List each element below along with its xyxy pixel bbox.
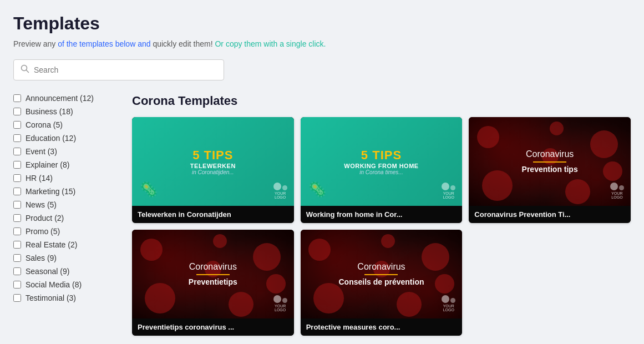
corona-text-5: Coronavirus Conseils de prévention: [338, 262, 424, 286]
corona-text-4: Coronavirus Preventietips: [189, 262, 237, 286]
logo-placeholder-1: YOURLOGO: [273, 183, 287, 199]
templates-grid: 5 TIPS TELEWERKEN in Coronatijden... 🦠 Y…: [132, 117, 631, 336]
sidebar-checkbox-0[interactable]: [13, 94, 21, 102]
sidebar-label-6: HR (14): [26, 174, 53, 183]
sidebar-item-2[interactable]: Corona (5): [13, 120, 119, 129]
tips-title-1: 5 TIPS: [190, 148, 236, 163]
sidebar: Announcement (12)Business (18)Corona (5)…: [13, 94, 119, 336]
template-card-4[interactable]: Coronavirus Preventietips YOURLOGO Preve…: [132, 230, 294, 336]
sidebar-label-0: Announcement (12): [26, 94, 94, 103]
content-area: Corona Templates 5 TIPS TELEWERKEN in Co…: [132, 94, 631, 336]
template-label-5: Protective measures coro...: [301, 318, 463, 336]
page-subtitle: Preview any of the templates below and q…: [13, 39, 631, 48]
sidebar-label-13: Seasonal (9): [26, 267, 69, 276]
sidebar-label-9: Product (2): [26, 214, 64, 222]
sidebar-item-3[interactable]: Education (12): [13, 134, 119, 143]
sidebar-item-8[interactable]: News (5): [13, 200, 119, 209]
page-title: Templates: [13, 13, 631, 34]
sidebar-checkbox-11[interactable]: [13, 241, 21, 249]
sidebar-item-9[interactable]: Product (2): [13, 214, 119, 222]
template-label-4: Preventietips coronavirus ...: [132, 318, 294, 336]
sidebar-label-8: News (5): [26, 200, 57, 209]
sidebar-item-4[interactable]: Event (3): [13, 147, 119, 156]
sidebar-checkbox-1[interactable]: [13, 108, 21, 115]
sidebar-item-5[interactable]: Explainer (8): [13, 160, 119, 169]
logo-placeholder-2: YOURLOGO: [442, 183, 455, 199]
main-text-1: TELEWERKEN: [190, 163, 236, 169]
corona-text-3: Coronavirus Prevention tips: [522, 149, 578, 174]
sidebar-item-14[interactable]: Social Media (8): [13, 280, 119, 289]
sidebar-checkbox-14[interactable]: [13, 281, 21, 289]
logo-placeholder-dark-4: YOURLOGO: [273, 295, 287, 312]
sidebar-item-12[interactable]: Sales (9): [13, 254, 119, 262]
logo-placeholder-dark-5: YOURLOGO: [442, 295, 455, 312]
sidebar-label-15: Testimonial (3): [26, 294, 76, 302]
main-text-2: WORKING FROM HOME: [344, 163, 418, 169]
sidebar-label-5: Explainer (8): [26, 160, 69, 169]
sidebar-item-6[interactable]: HR (14): [13, 174, 119, 183]
sidebar-item-1[interactable]: Business (18): [13, 107, 119, 116]
sidebar-checkbox-5[interactable]: [13, 161, 21, 169]
template-card-5[interactable]: Coronavirus Conseils de prévention YOURL…: [301, 230, 463, 336]
sidebar-label-14: Social Media (8): [26, 280, 82, 289]
template-label-1: Telewerken in Coronatijden: [132, 206, 294, 223]
sidebar-checkbox-4[interactable]: [13, 148, 21, 155]
search-input[interactable]: [34, 65, 217, 74]
sidebar-checkbox-9[interactable]: [13, 214, 21, 222]
sidebar-label-7: Marketing (15): [26, 187, 75, 196]
tips-title-2: 5 TIPS: [344, 148, 418, 163]
sidebar-checkbox-15[interactable]: [13, 294, 21, 302]
sidebar-label-11: Real Estate (2): [26, 240, 77, 249]
sub-text-1: in Coronatijden...: [190, 169, 236, 175]
sidebar-checkbox-8[interactable]: [13, 201, 21, 209]
search-bar[interactable]: [13, 59, 224, 80]
sidebar-item-11[interactable]: Real Estate (2): [13, 240, 119, 249]
sidebar-item-10[interactable]: Promo (5): [13, 227, 119, 236]
sidebar-label-3: Education (12): [26, 134, 76, 143]
template-card-2[interactable]: 5 TIPS WORKING FROM HOME in Corona times…: [301, 117, 463, 223]
logo-placeholder-dark-3: YOURLOGO: [610, 183, 624, 199]
sidebar-label-10: Promo (5): [26, 227, 60, 236]
sidebar-checkbox-10[interactable]: [13, 227, 21, 235]
svg-line-1: [27, 70, 29, 73]
sidebar-label-4: Event (3): [26, 147, 57, 156]
sidebar-label-12: Sales (9): [26, 254, 57, 262]
sidebar-checkbox-7[interactable]: [13, 188, 21, 195]
template-card-1[interactable]: 5 TIPS TELEWERKEN in Coronatijden... 🦠 Y…: [132, 117, 294, 223]
sidebar-item-15[interactable]: Testimonial (3): [13, 294, 119, 302]
sub-text-2: in Corona times...: [344, 169, 418, 175]
sidebar-item-0[interactable]: Announcement (12): [13, 94, 119, 103]
section-title: Corona Templates: [132, 94, 631, 108]
sidebar-checkbox-3[interactable]: [13, 134, 21, 142]
sidebar-label-1: Business (18): [26, 107, 73, 116]
template-label-2: Working from home in Cor...: [301, 206, 463, 223]
search-icon: [21, 64, 29, 75]
sidebar-label-2: Corona (5): [26, 120, 63, 129]
sidebar-checkbox-13[interactable]: [13, 267, 21, 275]
sidebar-checkbox-6[interactable]: [13, 174, 21, 182]
sidebar-item-7[interactable]: Marketing (15): [13, 187, 119, 196]
template-card-3[interactable]: Coronavirus Prevention tips YOURLOGO Cor…: [469, 117, 631, 223]
sidebar-item-13[interactable]: Seasonal (9): [13, 267, 119, 276]
template-label-3: Coronavirus Prevention Ti...: [469, 206, 631, 223]
sidebar-checkbox-12[interactable]: [13, 254, 21, 262]
sidebar-checkbox-2[interactable]: [13, 121, 21, 129]
